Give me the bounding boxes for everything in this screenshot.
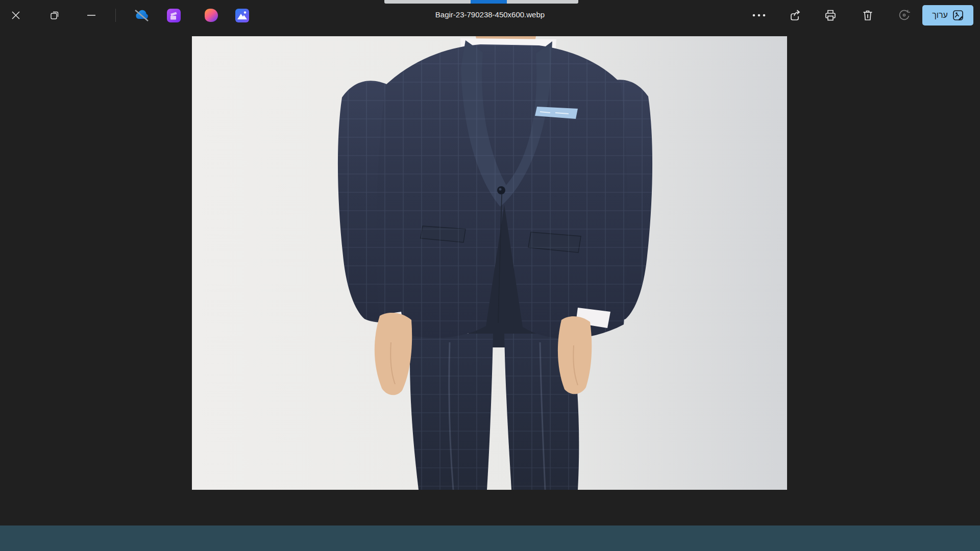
restore-icon — [50, 10, 60, 20]
more-options-icon — [752, 14, 766, 17]
restore-button[interactable] — [44, 5, 65, 26]
onedrive-off-icon — [133, 9, 150, 22]
designer-icon — [205, 9, 218, 22]
photos-app-window: Bagir-23-790238-450x600.webp — [0, 0, 980, 551]
rotate-button[interactable] — [894, 5, 915, 26]
print-icon — [824, 9, 837, 22]
clipchamp-icon — [167, 9, 181, 22]
share-icon — [788, 9, 801, 22]
onedrive-button[interactable] — [131, 5, 152, 26]
photo-viewport[interactable] — [192, 36, 787, 490]
window-title: Bagir-23-790238-450x600.webp — [337, 10, 643, 19]
share-button[interactable] — [785, 5, 805, 26]
minimize-icon — [87, 14, 95, 16]
horizontal-scrollbar-thumb[interactable] — [471, 0, 507, 4]
delete-button[interactable] — [857, 5, 878, 26]
minimize-button[interactable] — [81, 5, 102, 26]
titlebar-divider — [115, 9, 116, 22]
clipchamp-button[interactable] — [163, 5, 184, 26]
rotate-icon — [898, 9, 911, 22]
close-button[interactable] — [6, 5, 26, 26]
trash-icon — [861, 9, 874, 22]
photos-app-button[interactable] — [232, 5, 252, 26]
edit-button-label: ערוך — [932, 11, 948, 20]
taskbar: 2 01:16 28/01/2025 עבר — [0, 525, 980, 551]
edit-image-icon — [952, 10, 964, 21]
horizontal-scrollbar[interactable] — [384, 0, 578, 4]
close-icon — [11, 11, 20, 20]
see-more-button[interactable] — [749, 5, 769, 26]
print-button[interactable] — [820, 5, 841, 26]
photos-icon — [235, 9, 249, 22]
edit-button[interactable]: ערוך — [922, 5, 973, 26]
photo-content-suit-model — [192, 36, 787, 490]
viewer-toolbar: 259% 13.3 KB 450 x 600 — [0, 490, 980, 525]
designer-button[interactable] — [201, 5, 222, 26]
titlebar: Bagir-23-790238-450x600.webp — [0, 0, 980, 31]
